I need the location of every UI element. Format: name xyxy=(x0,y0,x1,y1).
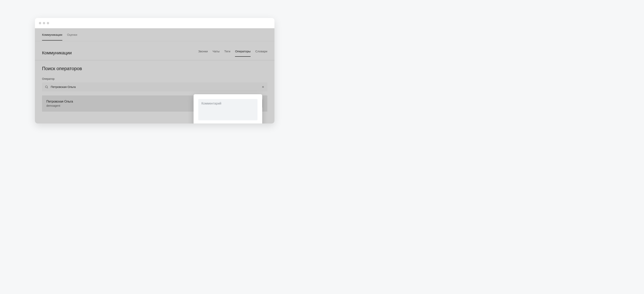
page-title: Коммуникации xyxy=(42,50,72,56)
tab-ratings[interactable]: Оценки xyxy=(67,29,77,41)
window-maximize-dot[interactable] xyxy=(47,22,49,24)
stage: Коммуникации Оценки Коммуникации Звонки … xyxy=(0,0,309,141)
comment-popover: Отправить xyxy=(194,94,262,123)
operator-search-input[interactable]: Петровская Ольга xyxy=(42,82,267,91)
search-icon xyxy=(45,85,48,89)
subtab-dictionaries[interactable]: Словари xyxy=(255,50,267,57)
top-nav: Коммуникации Оценки xyxy=(35,28,274,41)
subtab-tags[interactable]: Теги xyxy=(224,50,230,57)
tab-communications[interactable]: Коммуникации xyxy=(42,29,62,41)
page-header: Коммуникации Звонки Чаты Теги Операторы … xyxy=(35,41,274,60)
window-minimize-dot[interactable] xyxy=(43,22,45,24)
comment-textarea[interactable] xyxy=(198,99,258,120)
search-label: Оператор xyxy=(42,77,267,80)
section-title: Поиск операторов xyxy=(42,66,267,71)
result-login: demoagent xyxy=(46,104,73,107)
subtab-calls[interactable]: Звонки xyxy=(198,50,208,57)
result-name: Петровская Ольга xyxy=(46,100,73,103)
result-info: Петровская Ольга demoagent xyxy=(46,100,73,107)
app-window: Коммуникации Оценки Коммуникации Звонки … xyxy=(35,18,274,123)
clear-icon[interactable] xyxy=(262,85,264,88)
svg-line-1 xyxy=(47,88,48,88)
titlebar xyxy=(35,18,274,28)
subtab-operators[interactable]: Операторы xyxy=(235,50,250,57)
svg-point-0 xyxy=(46,86,48,88)
search-value: Петровская Ольга xyxy=(51,85,259,88)
window-close-dot[interactable] xyxy=(39,22,41,24)
subtab-chats[interactable]: Чаты xyxy=(212,50,220,57)
sub-nav: Звонки Чаты Теги Операторы Словари xyxy=(198,50,267,57)
